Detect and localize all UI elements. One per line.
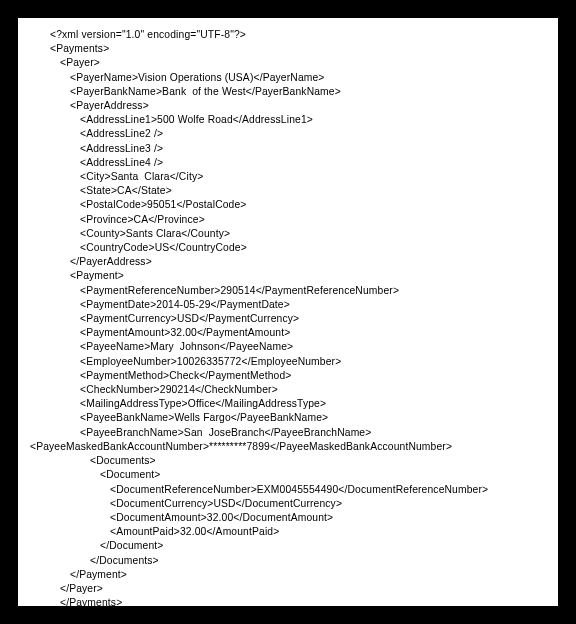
payer-open: <Payer> — [26, 56, 550, 70]
address-line-4: <AddressLine4 /> — [26, 156, 550, 170]
payee-masked-bank-account-number: <PayeeMaskedBankAccountNumber>*********7… — [26, 440, 550, 454]
payer-address-close: </PayerAddress> — [26, 255, 550, 269]
documents-close: </Documents> — [26, 554, 550, 568]
document-close: </Document> — [26, 539, 550, 553]
payment-currency: <PaymentCurrency>USD</PaymentCurrency> — [26, 312, 550, 326]
payer-name: <PayerName>Vision Operations (USA)</Paye… — [26, 71, 550, 85]
xml-document: <?xml version="1.0" encoding="UTF-8"?> <… — [18, 18, 558, 606]
payment-amount: <PaymentAmount>32.00</PaymentAmount> — [26, 326, 550, 340]
payee-bank-name: <PayeeBankName>Wells Fargo</PayeeBankNam… — [26, 411, 550, 425]
payment-open: <Payment> — [26, 269, 550, 283]
document-currency: <DocumentCurrency>USD</DocumentCurrency> — [26, 497, 550, 511]
mailing-address-type: <MailingAddressType>Office</MailingAddre… — [26, 397, 550, 411]
xml-declaration: <?xml version="1.0" encoding="UTF-8"?> — [26, 28, 550, 42]
province: <Province>CA</Province> — [26, 213, 550, 227]
payment-close: </Payment> — [26, 568, 550, 582]
payer-address-open: <PayerAddress> — [26, 99, 550, 113]
documents-open: <Documents> — [26, 454, 550, 468]
check-number: <CheckNumber>290214</CheckNumber> — [26, 383, 550, 397]
payments-open: <Payments> — [26, 42, 550, 56]
payer-bank-name: <PayerBankName>Bank of the West</PayerBa… — [26, 85, 550, 99]
payment-date: <PaymentDate>2014-05-29</PaymentDate> — [26, 298, 550, 312]
postal-code: <PostalCode>95051</PostalCode> — [26, 198, 550, 212]
employee-number: <EmployeeNumber>10026335772</EmployeeNum… — [26, 355, 550, 369]
city: <City>Santa Clara</City> — [26, 170, 550, 184]
payment-reference-number: <PaymentReferenceNumber>290514</PaymentR… — [26, 284, 550, 298]
document-reference-number: <DocumentReferenceNumber>EXM0045554490</… — [26, 483, 550, 497]
address-line-1: <AddressLine1>500 Wolfe Road</AddressLin… — [26, 113, 550, 127]
address-line-3: <AddressLine3 /> — [26, 142, 550, 156]
payments-close: </Payments> — [26, 596, 550, 606]
payee-branch-name: <PayeeBranchName>San JoseBranch</PayeeBr… — [26, 426, 550, 440]
document-amount: <DocumentAmount>32.00</DocumentAmount> — [26, 511, 550, 525]
payment-method: <PaymentMethod>Check</PaymentMethod> — [26, 369, 550, 383]
country-code: <CountryCode>US</CountryCode> — [26, 241, 550, 255]
state: <State>CA</State> — [26, 184, 550, 198]
county: <County>Sants Clara</County> — [26, 227, 550, 241]
amount-paid: <AmountPaid>32.00</AmountPaid> — [26, 525, 550, 539]
address-line-2: <AddressLine2 /> — [26, 127, 550, 141]
document-open: <Document> — [26, 468, 550, 482]
payer-close: </Payer> — [26, 582, 550, 596]
payee-name: <PayeeName>Mary Johnson</PayeeName> — [26, 340, 550, 354]
